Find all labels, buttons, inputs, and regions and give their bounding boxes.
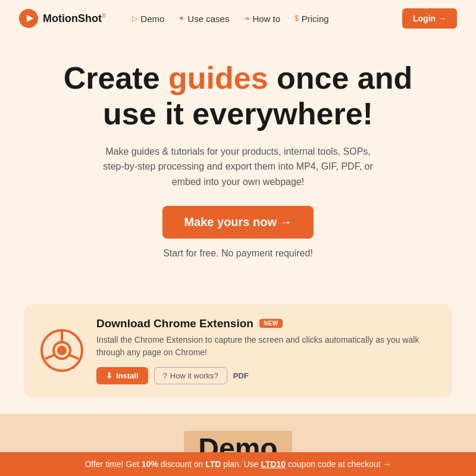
logo[interactable]: MotionShot® [19, 9, 106, 28]
banner-coupon: LTD10 [261, 459, 286, 469]
hero-subtext: Make guides & tutorials for your product… [95, 144, 381, 190]
chrome-svg-icon [40, 329, 83, 372]
login-button[interactable]: Login → [402, 8, 457, 29]
logo-text: MotionShot® [43, 12, 106, 25]
chrome-extension-card: Download Chrome Extension NEW Install th… [24, 304, 452, 397]
how-it-works-button[interactable]: ? How it works? [154, 367, 227, 384]
chrome-card-buttons: ⬇ Install ? How it works? PDF [96, 367, 436, 384]
cta-button[interactable]: Make yours now → [162, 206, 313, 239]
use-cases-icon: ✦ [178, 14, 184, 23]
svg-line-5 [68, 355, 79, 359]
pricing-icon: $ [295, 14, 299, 23]
svg-line-6 [45, 355, 55, 359]
svg-point-7 [57, 346, 67, 355]
chrome-card-description: Install the Chrome Extension to capture … [96, 334, 436, 359]
demo-icon: ▷ [132, 14, 137, 23]
download-icon: ⬇ [106, 371, 112, 380]
banner-text-mid: discount on [158, 459, 205, 469]
banner-discount: 10% [142, 459, 158, 469]
pdf-button[interactable]: PDF [233, 371, 249, 380]
chrome-icon [40, 329, 83, 372]
nav-links: ▷ Demo ✦ Use cases ⇥ How to $ Pricing [132, 14, 386, 24]
chrome-card-title: Download Chrome Extension NEW [96, 317, 436, 330]
bottom-banner[interactable]: Offer time! Get 10% discount on LTD plan… [0, 452, 476, 476]
logo-icon [19, 9, 38, 28]
new-badge: NEW [259, 319, 283, 328]
nav-demo[interactable]: ▷ Demo [132, 14, 164, 24]
cta-sub-text: Start for free. No payment required! [95, 246, 381, 261]
banner-text-before: Offer time! Get [84, 459, 141, 469]
banner-text-mid2: plan. Use [221, 459, 261, 469]
banner-text-after: coupon code at checkout → [286, 459, 391, 469]
howto-icon: ⇥ [243, 14, 249, 23]
nav-use-cases[interactable]: ✦ Use cases [178, 14, 229, 24]
nav-how-to[interactable]: ⇥ How to [243, 14, 280, 24]
navbar: MotionShot® ▷ Demo ✦ Use cases ⇥ How to … [0, 0, 476, 37]
chrome-card-content: Download Chrome Extension NEW Install th… [96, 317, 436, 384]
hero-section: Create guides once and use it everywhere… [0, 37, 476, 290]
question-icon: ? [163, 371, 167, 380]
install-button[interactable]: ⬇ Install [96, 367, 148, 384]
banner-plan: LTD [205, 459, 221, 469]
hero-headline: Create guides once and use it everywhere… [36, 61, 440, 132]
nav-pricing[interactable]: $ Pricing [295, 14, 329, 24]
